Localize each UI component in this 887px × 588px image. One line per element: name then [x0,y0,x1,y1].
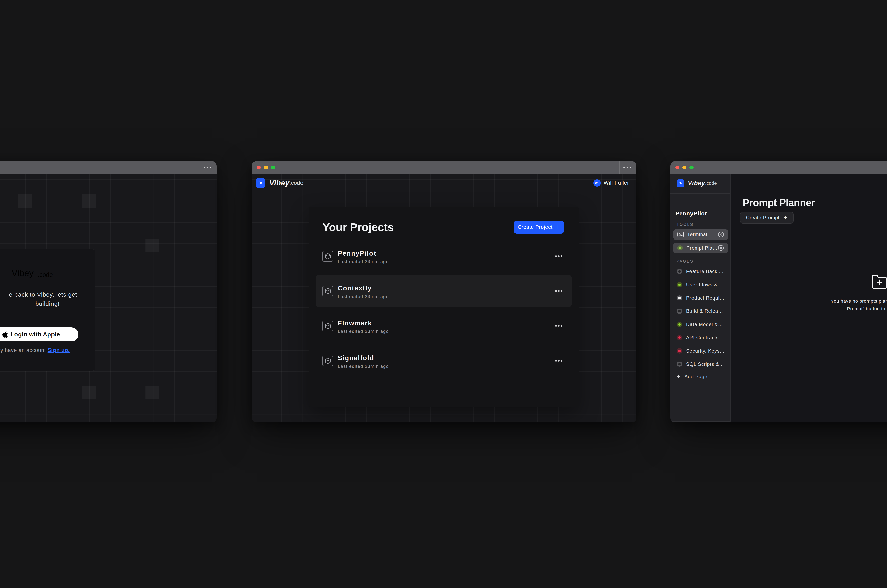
traffic-lights[interactable] [675,165,693,170]
vibey-logo-icon: > [0,270,4,282]
project-last-edited: Last edited 23min ago [338,259,389,264]
tool-item-prompt-planner[interactable]: Prompt Pla… [673,243,728,253]
project-menu-icon[interactable] [555,255,562,257]
close-tool-icon[interactable] [718,245,724,251]
tools-section-label: TOOLS [677,222,694,227]
page-title: Your Projects [323,220,394,234]
vibey-logo-suffix: .code [38,271,53,279]
grid-plus-marker [18,194,32,208]
project-menu-icon[interactable] [555,325,562,327]
project-row-contextly[interactable]: Contextly Last edited 23min ago [315,275,572,307]
project-row-signalfold[interactable]: Signalfold Last edited 23min ago [315,345,572,377]
plus-icon: + [783,214,788,221]
project-last-edited: Last edited 23min ago [338,329,389,334]
app-logo[interactable]: > Vibey .code [256,178,303,188]
create-project-label: Create Project [518,224,552,230]
status-dot [677,309,683,314]
titlebar-divider [200,161,200,174]
project-name: Contextly [338,285,372,292]
terminal-icon [677,231,684,238]
folder-plus-icon [871,274,887,290]
page-label: API Contracts… [686,335,724,340]
add-page-button[interactable]: + Add Page [677,373,707,380]
page-label: Feature Backl… [686,268,724,274]
sidebar-divider [670,193,730,194]
projects-panel: Your Projects Create Project + PennyPilo… [309,207,579,407]
project-row-flowmark[interactable]: Flowmark Last edited 23min ago [315,310,572,342]
cube-icon [323,286,333,296]
minimize-window-icon[interactable] [264,165,268,170]
status-dot [677,282,683,287]
page-label: Build & Relea… [686,308,723,314]
page-item-user-flows[interactable]: User Flows &… [677,281,722,289]
projects-canvas: > Vibey .code WF Will Fuller Your Projec… [252,174,636,423]
vibey-logo-icon: > [677,179,684,187]
grid-plus-marker [146,386,159,399]
app-logo[interactable]: > Vibey .code [677,179,717,187]
page-item-api-contracts[interactable]: API Contracts… [677,334,724,342]
tool-item-terminal[interactable]: Terminal [673,229,728,240]
status-dot [677,322,683,327]
sidebar-project-name[interactable]: PennyPilot [675,210,707,217]
page-item-product-requirements[interactable]: Product Requi… [677,294,725,302]
status-dot [677,362,683,367]
vibey-logo-word: Vibey [688,180,705,187]
user-name: Will Fuller [603,180,629,186]
close-tool-icon[interactable] [718,231,724,238]
signup-row: y have an accountSign up. [0,347,70,353]
signup-prefix: y have an account [0,347,46,353]
window-menu-icon[interactable] [204,167,212,168]
page-label: Data Model &… [686,321,723,327]
page-item-sql-scripts[interactable]: SQL Scripts &… [677,360,724,368]
create-project-button[interactable]: Create Project + [514,220,564,234]
window-menu-icon[interactable] [623,167,631,168]
page-item-data-model[interactable]: Data Model &… [677,321,723,328]
create-prompt-button[interactable]: Create Prompt + [740,212,794,224]
planner-titlebar[interactable] [670,161,887,174]
page-item-security-keys[interactable]: Security, Keys… [677,347,725,355]
status-dot [677,335,683,340]
tool-label: Prompt Pla… [686,245,718,251]
page-label: SQL Scripts &… [686,362,724,367]
pages-section-label: PAGES [677,259,694,264]
page-label: Product Requi… [686,295,725,301]
minimize-window-icon[interactable] [683,165,686,170]
projects-titlebar[interactable] [252,161,636,174]
user-chip[interactable]: WF Will Fuller [593,179,629,187]
plus-icon: + [677,373,681,380]
close-window-icon[interactable] [675,165,680,170]
grid-plus-marker [82,194,96,208]
cube-icon [323,356,333,366]
project-name: Signalfold [338,354,374,362]
traffic-lights[interactable] [257,165,275,170]
status-dot [677,348,683,353]
apple-icon [2,331,8,338]
login-canvas: > Vibey .code e back to Vibey, lets get … [0,174,217,423]
projects-window: > Vibey .code WF Will Fuller Your Projec… [252,161,636,423]
login-titlebar[interactable] [0,161,217,174]
empty-line1: You have no prompts planned. Click “Crea… [831,298,887,304]
tool-label: Terminal [687,232,718,237]
zoom-window-icon[interactable] [689,165,693,170]
welcome-text-line2: building! [35,300,60,307]
page-item-feature-backlog[interactable]: Feature Backl… [677,267,724,275]
plus-icon: + [556,224,560,231]
grid-plus-marker [146,239,159,252]
titlebar-divider [620,161,620,174]
planner-canvas: > Vibey .code PennyPilot TOOLS Terminal … [670,174,887,423]
zoom-window-icon[interactable] [271,165,275,170]
empty-line2: Prompt” button to get started. [847,306,887,311]
add-page-label: Add Page [684,374,707,380]
apple-button-label: Login with Apple [11,331,60,338]
project-row-pennypilot[interactable]: PennyPilot Last edited 23min ago [315,240,572,272]
page-title: Prompt Planner [743,197,815,208]
signup-link[interactable]: Sign up. [48,347,70,353]
page-item-build-release[interactable]: Build & Relea… [677,307,723,315]
close-window-icon[interactable] [257,165,261,170]
login-with-apple-button[interactable]: Login with Apple [0,327,78,342]
project-menu-icon[interactable] [555,360,562,362]
sidebar: > Vibey .code PennyPilot TOOLS Terminal … [670,174,731,423]
project-menu-icon[interactable] [555,290,562,292]
vibey-logo-word: Vibey [12,268,33,278]
vibey-logo-icon: > [256,178,265,188]
